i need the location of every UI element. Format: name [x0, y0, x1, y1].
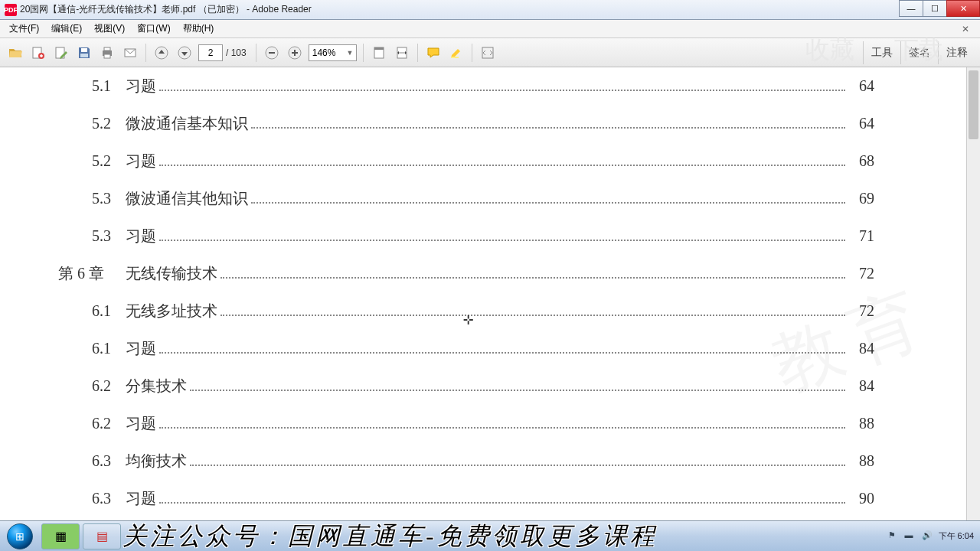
- menu-view[interactable]: 视图(V): [88, 22, 131, 35]
- toc-num: 6.1: [92, 302, 126, 320]
- toc-row: 5.3习题71: [92, 217, 874, 255]
- svg-rect-12: [269, 52, 275, 54]
- toc-page: 88: [848, 415, 874, 432]
- toc-leader: [220, 315, 845, 316]
- toc-num: 5.3: [92, 190, 126, 207]
- toc-title: 微波通信基本知识: [126, 113, 248, 134]
- toc-num: 5.2: [92, 115, 126, 132]
- svg-rect-19: [451, 57, 459, 58]
- toc-leader: [159, 502, 845, 504]
- toc-title: 习题: [126, 76, 156, 96]
- svg-rect-4: [80, 54, 88, 57]
- windows-orb-icon: ⊞: [7, 523, 33, 549]
- toc-title: 无线多址技术: [126, 301, 217, 321]
- toc-leader: [159, 427, 845, 429]
- toc-title: 习题: [126, 488, 156, 509]
- toc-row: 6.2习题88: [92, 405, 874, 442]
- task-app2[interactable]: ▤: [83, 523, 121, 549]
- pdf-page: 教育 5.1习题645.2微波通信基本知识645.2习题685.3微波通信其他知…: [0, 67, 966, 520]
- tray-clock[interactable]: 下午 6:04: [939, 530, 974, 542]
- tray-flag-icon[interactable]: ⚑: [888, 530, 900, 543]
- fit-width-icon[interactable]: [391, 42, 413, 64]
- tray-volume-icon[interactable]: 🔊: [922, 530, 934, 543]
- toc-title: 微波通信其他知识: [126, 188, 248, 209]
- fit-page-icon[interactable]: [368, 42, 390, 64]
- read-mode-icon[interactable]: [477, 42, 498, 64]
- zoom-out-icon[interactable]: [261, 42, 283, 64]
- svg-rect-7: [104, 54, 110, 58]
- start-button[interactable]: ⊞: [0, 521, 40, 552]
- toc-row: 5.1习题64: [92, 67, 874, 105]
- svg-rect-6: [104, 47, 110, 51]
- toc-num: 6.3: [92, 452, 126, 470]
- toc-leader: [251, 202, 845, 204]
- text-cursor-icon: ⊹: [463, 312, 473, 327]
- page-input[interactable]: [198, 44, 223, 61]
- toc-row: 第 6 章无线传输技术72: [92, 255, 874, 292]
- toc-page: 64: [848, 115, 874, 132]
- toc-num: 5.3: [92, 227, 126, 245]
- chevron-down-icon: ▼: [346, 49, 353, 57]
- svg-rect-17: [374, 47, 384, 50]
- close-button[interactable]: ✕: [946, 0, 980, 17]
- toc-leader: [251, 127, 845, 129]
- toc-num: 6.3: [92, 490, 126, 507]
- page-down-icon[interactable]: [174, 42, 195, 64]
- menu-edit[interactable]: 编辑(E): [45, 22, 88, 35]
- toc-page: 71: [848, 227, 874, 245]
- toc-leader: [159, 240, 845, 241]
- toc-leader: [190, 390, 845, 391]
- taskbar: ⊞ ▦ ▤ 关注公众号：国网直通车-免费领取更多课程 ⚑ ▬ 🔊 下午 6:04: [0, 520, 980, 551]
- zoom-in-icon[interactable]: [284, 42, 305, 64]
- system-tray[interactable]: ⚑ ▬ 🔊 下午 6:04: [882, 530, 980, 543]
- document-viewport[interactable]: 教育 5.1习题645.2微波通信基本知识645.2习题685.3微波通信其他知…: [0, 67, 966, 520]
- toc-leader: [220, 277, 845, 279]
- tray-network-icon[interactable]: ▬: [905, 530, 917, 543]
- page-up-icon[interactable]: [151, 42, 172, 64]
- print-icon[interactable]: [96, 42, 118, 64]
- task-app1[interactable]: ▦: [41, 523, 80, 549]
- svg-rect-20: [482, 47, 493, 58]
- window-title: 20国网【通信-光纤无线传输技术】老师.pdf （已加密） - Adobe Re…: [20, 3, 312, 16]
- toc-title: 习题: [126, 338, 156, 359]
- highlight-icon[interactable]: [446, 42, 467, 64]
- open-icon[interactable]: [5, 42, 26, 64]
- save-icon[interactable]: [74, 42, 95, 64]
- toc-num: 6.1: [92, 340, 126, 357]
- email-icon[interactable]: [119, 42, 141, 64]
- toc-row: 6.1无线多址技术72: [92, 292, 874, 330]
- close-doc-icon[interactable]: ✕: [956, 24, 975, 34]
- toc-row: 5.3微波通信其他知识69: [92, 180, 874, 217]
- comment-bubble-icon[interactable]: [423, 42, 444, 64]
- edit-icon[interactable]: [51, 42, 72, 64]
- toc-num: 6.2: [92, 415, 126, 432]
- toc-row: 5.2微波通信基本知识64: [92, 105, 874, 142]
- toc-leader: [190, 465, 845, 466]
- menu-help[interactable]: 帮助(H): [177, 22, 220, 35]
- toc-row: 6.1习题84: [92, 330, 874, 367]
- toc-title: 习题: [126, 226, 156, 246]
- toc-title: 习题: [126, 413, 156, 434]
- toc-title: 分集技术: [126, 376, 187, 396]
- scroll-thumb[interactable]: [969, 70, 978, 139]
- toc-row: 6.2分集技术84: [92, 367, 874, 405]
- maximize-button[interactable]: ☐: [923, 0, 947, 17]
- toc-num: 5.1: [92, 77, 126, 95]
- svg-rect-15: [294, 50, 296, 56]
- toc-title: 无线传输技术: [126, 263, 217, 284]
- page-total: / 103: [226, 47, 247, 58]
- toc-num: 第 6 章: [58, 263, 126, 284]
- window-titlebar: PDF 20国网【通信-光纤无线传输技术】老师.pdf （已加密） - Adob…: [0, 0, 980, 20]
- zoom-select[interactable]: 146%▼: [309, 44, 358, 61]
- menu-window[interactable]: 窗口(W): [131, 22, 176, 35]
- vertical-scrollbar[interactable]: [966, 67, 980, 520]
- minimize-button[interactable]: —: [899, 0, 923, 17]
- toc-title: 均衡技术: [126, 451, 187, 471]
- create-icon[interactable]: [28, 42, 49, 64]
- menu-file[interactable]: 文件(F): [3, 22, 45, 35]
- toc-row: 6.3均衡技术88: [92, 442, 874, 480]
- app-icon: PDF: [5, 4, 17, 16]
- rtab-comment[interactable]: 注释: [938, 41, 975, 64]
- toc-page: 90: [848, 490, 874, 507]
- toc-page: 64: [848, 77, 874, 95]
